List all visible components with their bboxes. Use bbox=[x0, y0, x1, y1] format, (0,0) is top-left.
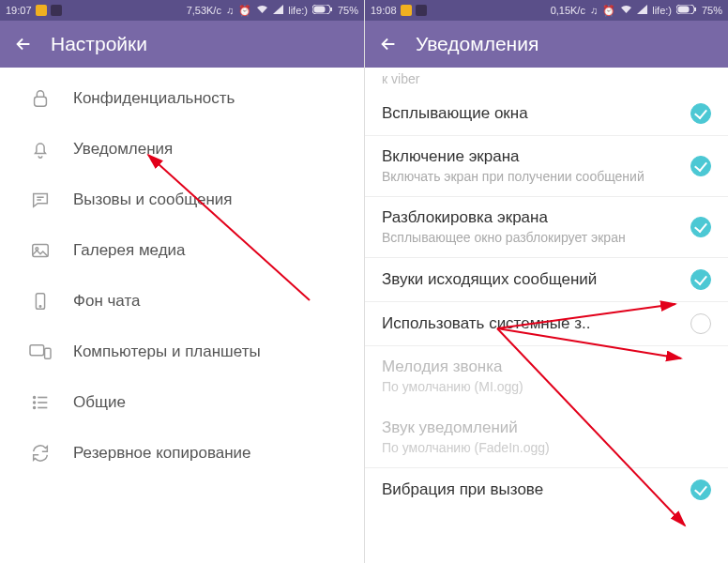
page-title: Уведомления bbox=[416, 33, 538, 55]
setting-title: Использовать системные з.. bbox=[382, 314, 681, 333]
toggle[interactable] bbox=[690, 156, 711, 176]
status-battery: 75% bbox=[702, 5, 722, 16]
status-app-icon bbox=[416, 5, 427, 16]
svg-point-12 bbox=[34, 407, 36, 409]
svg-rect-9 bbox=[45, 348, 51, 358]
wifi-icon bbox=[620, 5, 632, 16]
headphones-icon: ♫ bbox=[226, 5, 234, 16]
back-icon[interactable] bbox=[378, 34, 399, 54]
svg-point-10 bbox=[34, 397, 36, 399]
status-carrier: life:) bbox=[652, 5, 672, 16]
settings-list: Конфиденциальность Уведомления Вызовы и … bbox=[0, 68, 364, 563]
setting-subtitle: Включать экран при получении сообщений bbox=[382, 168, 681, 185]
setting-subtitle: Всплывающее окно разблокирует экран bbox=[382, 229, 681, 246]
setting-system-sounds[interactable]: Использовать системные з.. bbox=[365, 302, 728, 346]
menu-item-backup[interactable]: Резервное копирование bbox=[0, 428, 364, 479]
status-time: 19:08 bbox=[371, 5, 397, 16]
menu-label: Фон чата bbox=[73, 292, 140, 311]
menu-item-notifications[interactable]: Уведомления bbox=[0, 124, 364, 175]
notifications-list: к viber Всплывающие окна Включение экран… bbox=[365, 68, 728, 563]
bell-icon bbox=[28, 137, 53, 161]
status-app-icon bbox=[36, 5, 47, 16]
toggle[interactable] bbox=[690, 269, 711, 290]
setting-subtitle: По умолчанию (FadeIn.ogg) bbox=[382, 439, 702, 456]
status-app-icon bbox=[51, 5, 62, 16]
svg-rect-3 bbox=[35, 97, 47, 106]
setting-title: Вибрация при вызове bbox=[382, 480, 681, 499]
setting-notification-sound[interactable]: Звук уведомлений По умолчанию (FadeIn.og… bbox=[365, 407, 728, 468]
menu-label: Галерея медиа bbox=[73, 241, 186, 260]
menu-item-privacy[interactable]: Конфиденциальность bbox=[0, 73, 364, 124]
menu-item-media[interactable]: Галерея медиа bbox=[0, 225, 364, 276]
svg-rect-1 bbox=[313, 7, 325, 13]
devices-icon bbox=[28, 340, 53, 364]
signal-icon bbox=[637, 5, 647, 16]
partial-row: к viber bbox=[365, 68, 728, 92]
alarm-icon: ⏰ bbox=[602, 5, 615, 17]
battery-icon bbox=[312, 5, 333, 16]
menu-label: Общие bbox=[73, 393, 126, 412]
menu-item-calls[interactable]: Вызовы и сообщения bbox=[0, 175, 364, 225]
app-bar: Настройки bbox=[0, 21, 364, 68]
status-app-icon bbox=[401, 5, 412, 16]
setting-title: Разблокировка экрана bbox=[382, 208, 681, 227]
setting-screen-on[interactable]: Включение экрана Включать экран при полу… bbox=[365, 136, 728, 197]
wifi-icon bbox=[256, 5, 268, 16]
settings-screen: 19:07 7,53K/c ♫ ⏰ life:) 75% Настройки bbox=[0, 0, 364, 563]
status-speed: 7,53K/c bbox=[187, 5, 221, 16]
setting-title: Включение экрана bbox=[382, 147, 681, 166]
svg-rect-14 bbox=[677, 7, 689, 13]
svg-rect-15 bbox=[694, 8, 696, 11]
image-icon bbox=[28, 238, 53, 263]
menu-label: Вызовы и сообщения bbox=[73, 190, 233, 209]
signal-icon bbox=[273, 5, 283, 16]
status-carrier: life:) bbox=[288, 5, 308, 16]
setting-ringtone[interactable]: Мелодия звонка По умолчанию (MI.ogg) bbox=[365, 346, 728, 406]
svg-rect-8 bbox=[30, 345, 44, 356]
setting-title: Звуки исходящих сообщений bbox=[382, 270, 681, 289]
phone-icon bbox=[28, 289, 53, 313]
sync-icon bbox=[28, 441, 53, 465]
svg-point-11 bbox=[34, 402, 36, 403]
setting-outgoing-sounds[interactable]: Звуки исходящих сообщений bbox=[365, 258, 728, 302]
list-icon bbox=[28, 390, 53, 415]
menu-label: Уведомления bbox=[73, 140, 173, 159]
menu-label: Компьютеры и планшеты bbox=[73, 342, 261, 361]
alarm-icon: ⏰ bbox=[238, 5, 251, 17]
page-title: Настройки bbox=[51, 33, 147, 55]
lock-icon bbox=[28, 86, 53, 111]
status-bar: 19:08 0,15K/c ♫ ⏰ life:) 75% bbox=[365, 0, 728, 21]
setting-vibrate[interactable]: Вибрация при вызове bbox=[365, 468, 728, 511]
setting-title: Мелодия звонка bbox=[382, 358, 702, 376]
toggle[interactable] bbox=[690, 103, 711, 124]
status-bar: 19:07 7,53K/c ♫ ⏰ life:) 75% bbox=[0, 0, 364, 21]
setting-title: Звук уведомлений bbox=[382, 418, 702, 437]
chat-icon bbox=[28, 188, 53, 212]
setting-popup[interactable]: Всплывающие окна bbox=[365, 92, 728, 136]
status-time: 19:07 bbox=[6, 5, 32, 16]
svg-point-7 bbox=[39, 306, 40, 307]
app-bar: Уведомления bbox=[365, 21, 728, 68]
toggle[interactable] bbox=[690, 313, 711, 334]
status-battery: 75% bbox=[338, 5, 358, 16]
setting-title: Всплывающие окна bbox=[382, 104, 681, 123]
notifications-screen: 19:08 0,15K/c ♫ ⏰ life:) 75% Уведомления bbox=[364, 0, 728, 563]
toggle[interactable] bbox=[690, 217, 711, 237]
menu-item-devices[interactable]: Компьютеры и планшеты bbox=[0, 327, 364, 377]
headphones-icon: ♫ bbox=[590, 5, 598, 16]
back-icon[interactable] bbox=[13, 34, 34, 54]
menu-label: Конфиденциальность bbox=[73, 89, 235, 108]
menu-item-background[interactable]: Фон чата bbox=[0, 276, 364, 327]
setting-subtitle: По умолчанию (MI.ogg) bbox=[382, 378, 702, 395]
setting-unlock[interactable]: Разблокировка экрана Всплывающее окно ра… bbox=[365, 197, 728, 258]
svg-rect-2 bbox=[330, 8, 332, 11]
battery-icon bbox=[676, 5, 697, 16]
menu-label: Резервное копирование bbox=[73, 444, 251, 463]
menu-item-general[interactable]: Общие bbox=[0, 377, 364, 428]
status-speed: 0,15K/c bbox=[551, 5, 585, 16]
toggle[interactable] bbox=[690, 479, 711, 500]
